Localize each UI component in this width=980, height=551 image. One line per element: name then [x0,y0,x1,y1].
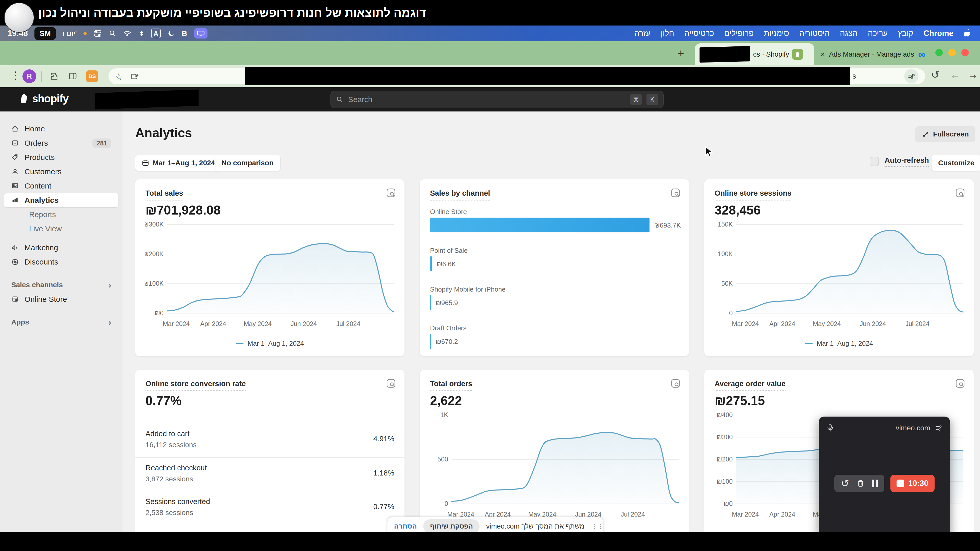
menu-edit[interactable]: עריכה [868,29,888,38]
site-permissions-icon[interactable] [130,73,138,82]
minimize-button[interactable] [948,49,956,56]
sidebar-section-sales-channels[interactable]: Sales channels › [4,278,118,292]
shopify-favicon [792,49,803,60]
reload-icon[interactable]: ↺ [931,69,940,81]
funnel-row-reached-checkout: Reached checkout 3,872 sessions 1.18% [135,457,404,491]
sidebar-item-online-store[interactable]: Online Store [4,292,118,306]
menu-window[interactable]: חלון [661,29,674,38]
channel-bar[interactable] [430,334,431,349]
view-report-icon[interactable] [671,188,680,198]
search-icon [336,96,344,103]
spotlight-search-icon[interactable] [109,30,116,37]
view-report-icon[interactable] [386,188,396,198]
sidebar-item-discounts[interactable]: Discounts [4,255,118,269]
recorder-settings-icon[interactable] [935,424,942,432]
card-title[interactable]: Online store sessions [714,189,791,200]
channel-value: ₪693.7K [654,221,681,229]
nav-forward-icon[interactable]: → [968,69,978,80]
card-title[interactable]: Online store conversion rate [145,380,246,391]
apple-menu-icon[interactable] [964,28,971,39]
close-window-button[interactable] [961,49,969,56]
legend-label: Mar 1–Aug 1, 2024 [817,340,873,348]
chrome-menu-icon[interactable]: ⋮ [10,69,21,81]
sidebar-item-live-view[interactable]: Live View [4,222,118,236]
channel-bar[interactable] [430,218,649,232]
view-report-icon[interactable] [671,379,680,388]
funnel-label: Added to cart [145,430,189,438]
auto-refresh-checkbox[interactable] [870,157,879,166]
customize-button[interactable]: Customize [932,155,980,171]
line-plot: 150K100K50K0 [714,219,963,316]
card-title[interactable]: Total orders [430,380,472,391]
stop-recording-button[interactable]: 10:30 [891,475,935,492]
wifi-icon[interactable] [123,30,132,37]
share-hide-link[interactable]: הסתרה [394,522,417,530]
channel-label: Online Store [430,208,467,216]
menu-chrome[interactable]: Chrome [924,29,953,38]
comparison-button[interactable]: No comparison [215,155,280,171]
card-title[interactable]: Sales by channel [430,189,490,200]
ds-extension-icon[interactable]: DS [86,70,98,82]
restart-recording-icon[interactable]: ↺ [841,478,849,488]
menu-file[interactable]: קובץ [898,29,913,38]
maximize-button[interactable] [935,49,943,56]
sidebar-item-analytics[interactable]: Analytics [4,193,118,207]
channel-bar[interactable] [430,256,432,271]
menu-history[interactable]: היסטוריה [799,29,830,38]
discount-icon [11,258,19,266]
pause-recording-icon[interactable] [872,480,878,487]
stop-sharing-button[interactable]: הפסקת שיתוף [423,519,479,534]
tab-shopify-analytics[interactable]: cs · Shopify [695,43,815,65]
sidebar-item-label: Reports [29,210,111,219]
delete-recording-icon[interactable] [857,479,864,487]
side-panel-icon[interactable] [68,72,77,82]
extensions-puzzle-icon[interactable] [50,72,59,82]
date-range-button[interactable]: Mar 1–Aug 1, 2024 [135,155,221,171]
view-report-icon[interactable] [955,379,965,388]
x-tick-label: Jul 2024 [905,320,929,327]
bookmark-star-icon[interactable]: ☆ [115,71,123,82]
new-tab-button[interactable]: + [678,47,684,60]
bluetooth-icon[interactable] [138,29,145,38]
address-bar[interactable]: ☆ s [108,68,925,84]
auto-refresh-control[interactable]: Auto-refresh [870,156,929,167]
sidebar-item-marketing[interactable]: Marketing [4,241,118,255]
focus-moon-icon[interactable] [167,30,175,37]
sidebar-item-content[interactable]: Content [4,179,118,193]
site-settings-icon[interactable] [904,69,918,83]
control-center-icon[interactable] [94,30,102,37]
close-tab-icon[interactable]: × [821,50,825,59]
card-title[interactable]: Total sales [145,189,183,200]
view-report-icon[interactable] [386,379,396,388]
x-tick-label: May 2024 [528,511,556,518]
sidebar-item-customers[interactable]: Customers [4,165,118,179]
screen-mirroring-icon[interactable] [194,28,207,38]
metric-value: 2,622 [430,393,462,408]
sidebar-item-reports[interactable]: Reports [4,207,118,222]
menu-profiles[interactable]: פרופילים [724,29,754,38]
funnel-label: Sessions converted [145,497,210,506]
sidebar-section-apps[interactable]: Apps › [4,315,118,329]
view-report-icon[interactable] [955,188,965,198]
nav-back-icon[interactable]: ← [950,69,960,80]
channel-bar[interactable] [430,295,431,310]
menu-view[interactable]: הצגה [840,29,858,38]
redaction-box [700,46,750,62]
svg-text:100K: 100K [718,250,733,257]
mic-icon[interactable] [826,424,834,432]
input-source-icon[interactable]: A [151,29,161,38]
menu-tab[interactable]: כרטיסייה [684,29,714,38]
sidebar-item-products[interactable]: Products [4,150,118,165]
sidebar-item-home[interactable]: Home [4,122,118,136]
menu-help[interactable]: עזרה [634,29,650,38]
card-title[interactable]: Average order value [714,380,786,391]
x-tick-label: Mar 2024 [447,511,474,518]
profile-avatar[interactable]: R [22,69,36,83]
b-extension-icon[interactable]: B [182,29,188,38]
sidebar-item-orders[interactable]: Orders 281 [4,136,118,150]
admin-search-bar[interactable]: Search ⌘ K [331,91,663,108]
tab-ads-manager[interactable]: × Ads Manager - Manage ads ∞ [818,43,930,65]
macos-menubar: 19:48 SM יום ו' [0,25,980,41]
fullscreen-button[interactable]: Fullscreen [915,126,975,142]
menu-bookmarks[interactable]: סימניות [764,29,789,38]
